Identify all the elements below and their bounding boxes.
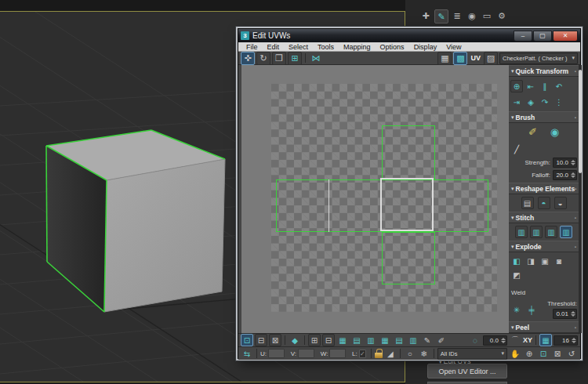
uv-face-bottom[interactable]	[382, 232, 435, 284]
spinner-arrows-icon[interactable]	[570, 311, 576, 317]
spinner-arrows-icon[interactable]	[570, 160, 576, 165]
utilities-tab-icon[interactable]: ⚙	[495, 9, 508, 22]
explode-material-icon[interactable]: ◩	[510, 269, 523, 281]
tile-map-icon[interactable]: ▩	[453, 52, 467, 65]
menu-display[interactable]: Display	[409, 43, 442, 51]
rotate-tool-icon[interactable]: ↻	[256, 52, 270, 65]
pan-hand-icon[interactable]: ✋	[509, 347, 521, 360]
section-quick-transform[interactable]: ▾ Quick Transform ▪	[509, 65, 579, 77]
v-input[interactable]	[298, 349, 314, 358]
paint-grow-icon[interactable]: ✐	[435, 334, 448, 346]
select-loop-icon[interactable]: ▦	[336, 334, 349, 346]
maximize-button[interactable]: ▢	[533, 31, 552, 42]
w-input[interactable]	[329, 349, 346, 358]
dialog-titlebar[interactable]: 3 Edit UVWs – ▢ ✕	[238, 29, 580, 42]
break-icon[interactable]: ◧	[510, 255, 523, 267]
mirror-tool-icon[interactable]: ⋈	[309, 52, 323, 65]
uv-space-label[interactable]: UV	[469, 54, 482, 62]
align-selector-icon[interactable]: ⊕	[510, 80, 523, 92]
stitch-shared-icon[interactable]: ▥	[530, 226, 543, 238]
spinner-arrows-icon[interactable]	[500, 338, 506, 343]
relax-brush-icon[interactable]: ◉	[549, 125, 561, 138]
face-mode-icon[interactable]: ⊠	[269, 334, 281, 346]
menu-mapping[interactable]: Mapping	[339, 43, 376, 51]
select-row-icon[interactable]: ▥	[365, 334, 377, 346]
paint-brush-icon[interactable]: ✐	[527, 125, 539, 138]
menu-select[interactable]: Select	[284, 43, 313, 51]
snap-icon[interactable]: ↺	[565, 347, 578, 360]
explode-smoothing-icon[interactable]: ◙	[553, 255, 565, 267]
reshape-sphere1-icon[interactable]: ◓	[538, 197, 550, 209]
lock-aspect-checkbox[interactable]: ✓	[359, 350, 366, 358]
create-tab-icon[interactable]: ✚	[419, 9, 432, 22]
u-input[interactable]	[268, 349, 285, 358]
uv-edge-divider[interactable]	[328, 179, 329, 232]
falloff-curve-icon[interactable]: ╱	[510, 143, 523, 155]
align-vertical-icon[interactable]: ∥	[539, 80, 551, 92]
select-ring-icon[interactable]: ▤	[350, 334, 363, 346]
material-id-dropdown[interactable]: All IDs ▾	[437, 348, 507, 360]
scale-tool-icon[interactable]: ❒	[272, 52, 286, 65]
rotate-ccw-icon[interactable]: ↶	[553, 80, 565, 92]
hide-by-material-icon[interactable]: ○	[404, 347, 416, 360]
flatten-icon[interactable]: ▣	[539, 255, 551, 267]
vertex-mode-icon[interactable]: ⊡	[241, 334, 253, 346]
freeze-icon[interactable]: ❄	[418, 347, 430, 360]
section-reshape-elements[interactable]: ▾ Reshape Elements ▪	[509, 183, 579, 194]
align-left-icon[interactable]: ⇤	[524, 80, 537, 92]
falloff-type-icon[interactable]: ⌒	[509, 334, 521, 346]
freeform-tool-icon[interactable]: ⊞	[288, 52, 302, 65]
lock-selection-icon[interactable]	[375, 349, 383, 358]
spinner-arrows-icon[interactable]	[571, 338, 577, 343]
stitch-source-icon[interactable]: ▥	[560, 226, 572, 238]
detach-edge-icon[interactable]: ◨	[524, 255, 537, 267]
absolute-offset-icon[interactable]: ⇆	[241, 347, 253, 360]
hierarchy-tab-icon[interactable]: ≣	[451, 9, 463, 22]
section-peel[interactable]: ▾ Peel ▪	[509, 321, 579, 333]
distribute-icon[interactable]: ⋮	[553, 96, 565, 108]
stitch-target-icon[interactable]: ▥	[545, 226, 557, 238]
falloff-spinner[interactable]: 20.0	[553, 170, 577, 180]
space-icon[interactable]: ◈	[524, 96, 537, 108]
select-by-element-icon[interactable]: ▥	[407, 334, 419, 346]
uv-face-top[interactable]	[382, 125, 435, 179]
minimize-button[interactable]: –	[514, 31, 532, 42]
select-column-icon[interactable]: ▦	[379, 334, 391, 346]
menu-file[interactable]: File	[241, 43, 263, 51]
section-brush[interactable]: ▾ Brush ▪	[509, 111, 579, 123]
pattern-options-icon[interactable]: ▨	[484, 52, 498, 65]
select-overlap-icon[interactable]: ▤	[393, 334, 405, 346]
uv-face-selected[interactable]	[380, 178, 434, 231]
panel-scrollbar[interactable]	[579, 65, 582, 333]
weld-all-icon[interactable]: ╪	[525, 303, 538, 316]
motion-tab-icon[interactable]: ◉	[466, 9, 478, 22]
move-tool-icon[interactable]: ✜	[241, 52, 255, 65]
spinner-arrows-icon[interactable]	[570, 172, 576, 178]
edge-limit-spinner[interactable]: 16	[554, 335, 578, 346]
reshape-sphere2-icon[interactable]: ◒	[554, 197, 567, 209]
limit-soft-selection-icon[interactable]: ▦	[539, 334, 552, 346]
menu-options[interactable]: Options	[376, 43, 409, 51]
open-uv-editor-button[interactable]: Open UV Editor ...	[427, 364, 507, 379]
falloff-space-label[interactable]: XY	[523, 336, 532, 344]
align-right-icon[interactable]: ⇥	[510, 96, 523, 108]
menu-tools[interactable]: Tools	[313, 43, 339, 51]
shrink-selection-icon[interactable]: ⊟	[322, 334, 335, 346]
texture-dropdown[interactable]: CheckerPatt. ( Checker ) ▾	[499, 53, 578, 64]
edge-mode-icon[interactable]: ⊟	[255, 334, 267, 346]
show-map-icon[interactable]: ▦	[437, 52, 452, 65]
menu-edit[interactable]: Edit	[263, 43, 285, 51]
reshape-grid-icon[interactable]: ▤	[521, 197, 534, 209]
soft-selection-icon[interactable]: ◌	[469, 334, 481, 346]
stitch-custom-icon[interactable]: ▥	[515, 226, 528, 238]
close-button[interactable]: ✕	[553, 31, 578, 42]
grow-selection-icon[interactable]: ⊞	[308, 334, 321, 346]
element-mode-icon[interactable]: ◆	[289, 334, 301, 346]
filter-selected-faces-icon[interactable]: ◢	[384, 347, 397, 360]
modify-tab-icon[interactable]: ✎	[434, 9, 448, 24]
threshold-spinner[interactable]: 0.01	[553, 309, 577, 319]
menu-view[interactable]: View	[441, 43, 466, 51]
section-stitch[interactable]: ▾ Stitch ▪	[509, 212, 579, 223]
zoom-extents-icon[interactable]: ⊠	[551, 347, 564, 360]
zoom-icon[interactable]: ⊕	[523, 347, 535, 360]
